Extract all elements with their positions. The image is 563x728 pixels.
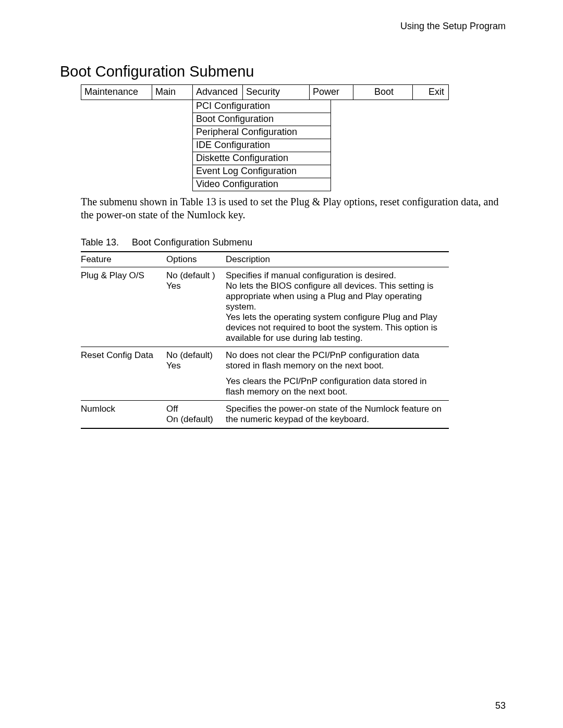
tab-maintenance: Maintenance — [81, 85, 152, 100]
table-caption: Table 13. Boot Configuration Submenu — [81, 237, 506, 248]
page: Using the Setup Program Boot Configurati… — [0, 0, 563, 728]
cell-feature: Plug & Play O/S — [81, 267, 166, 347]
th-description: Description — [226, 252, 449, 267]
tab-exit: Exit — [413, 85, 448, 100]
running-header: Using the Setup Program — [60, 21, 506, 32]
submenu-item: Diskette Configuration — [193, 152, 331, 165]
submenu-item: Event Log Configuration — [193, 165, 331, 178]
option-value: Yes — [166, 281, 222, 291]
table-row: Reset Config Data No (default) Yes No do… — [81, 347, 449, 401]
boot-config-table: Feature Options Description Plug & Play … — [81, 251, 449, 429]
table-header-row: Feature Options Description — [81, 252, 449, 267]
tab-advanced: Advanced — [193, 85, 243, 100]
table-row: Plug & Play O/S No (default ) Yes Specif… — [81, 267, 449, 347]
table-caption-title: Boot Configuration Submenu — [132, 237, 252, 248]
option-value: No (default ) — [166, 270, 222, 281]
th-options: Options — [166, 252, 226, 267]
description-line: Yes lets the operating system configure … — [226, 312, 445, 343]
body-paragraph: The submenu shown in Table 13 is used to… — [81, 195, 506, 221]
description-line: No lets the BIOS configure all devices. … — [226, 281, 445, 312]
description-line: Yes clears the PCI/PnP configuration dat… — [226, 376, 445, 397]
submenu-item: IDE Configuration — [193, 139, 331, 152]
cell-options: No (default ) Yes — [166, 267, 226, 347]
option-value: On (default) — [166, 414, 222, 425]
cell-options: No (default) Yes — [166, 347, 226, 401]
option-value: Yes — [166, 361, 222, 371]
table-caption-label: Table 13. — [81, 237, 119, 248]
page-number: 53 — [495, 700, 506, 711]
cell-feature: Numlock — [81, 401, 166, 429]
submenu-item: Video Configuration — [193, 178, 331, 191]
option-value: No (default) — [166, 350, 222, 361]
cell-description: Specifies the power-on state of the Numl… — [226, 401, 449, 429]
description-line: Specifies the power-on state of the Numl… — [226, 404, 445, 425]
tab-security: Security — [243, 85, 310, 100]
cell-feature: Reset Config Data — [81, 347, 166, 401]
submenu-item: Peripheral Configuration — [193, 126, 331, 139]
description-line: No does not clear the PCI/PnP configurat… — [226, 350, 445, 371]
cell-description: No does not clear the PCI/PnP configurat… — [226, 347, 449, 401]
cell-description: Specifies if manual configuration is des… — [226, 267, 449, 347]
submenu-item: Boot Configuration — [193, 113, 331, 126]
option-value: Off — [166, 404, 222, 414]
bios-top-tabs: Maintenance Main Advanced Security Power… — [81, 84, 449, 100]
tab-main: Main — [152, 85, 193, 100]
page-title: Boot Configuration Submenu — [60, 63, 506, 80]
cell-options: Off On (default) — [166, 401, 226, 429]
submenu-item: PCI Configuration — [193, 100, 331, 113]
tab-power: Power — [310, 85, 353, 100]
description-line: Specifies if manual configuration is des… — [226, 270, 445, 281]
th-feature: Feature — [81, 252, 166, 267]
tab-boot: Boot — [353, 85, 413, 100]
table-row: Numlock Off On (default) Specifies the p… — [81, 401, 449, 429]
bios-menu: Maintenance Main Advanced Security Power… — [81, 84, 506, 191]
bios-submenu: PCI Configuration Boot Configuration Per… — [192, 100, 331, 191]
